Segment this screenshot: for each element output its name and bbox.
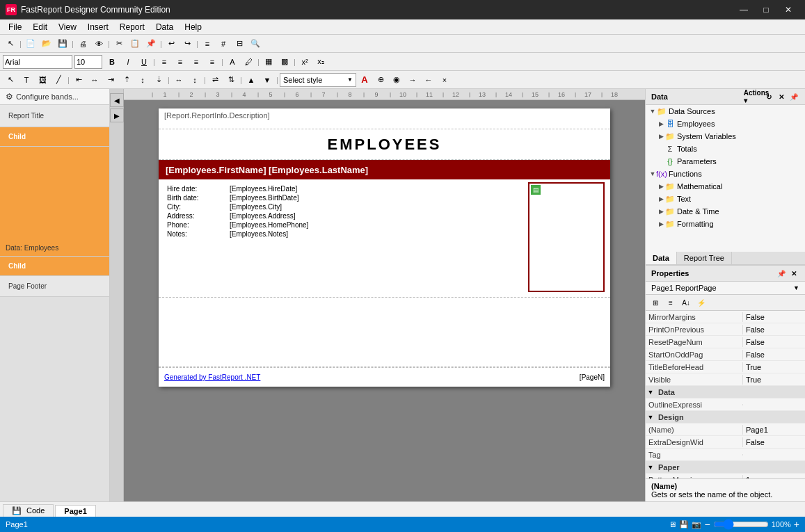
same-height-btn[interactable]: ↕: [187, 73, 202, 87]
obj-align-left[interactable]: ⇤: [71, 73, 86, 87]
same-width-btn[interactable]: ↔: [171, 73, 186, 87]
tree-item-datasources[interactable]: ▼ 📁 Data Sources: [646, 105, 805, 118]
tb-extra4[interactable]: ←: [421, 73, 436, 87]
prop-val-resetpage[interactable]: False: [742, 337, 805, 347]
open-btn[interactable]: 📂: [39, 37, 54, 51]
menu-help[interactable]: Help: [179, 21, 207, 33]
menu-view[interactable]: View: [53, 21, 82, 33]
tree-item-math[interactable]: ▶ 📁 Mathematical: [646, 180, 805, 193]
obj-align-bottom[interactable]: ⇣: [151, 73, 166, 87]
menu-data[interactable]: Data: [150, 21, 179, 33]
prop-val-titlehead[interactable]: True: [742, 362, 805, 372]
prop-val-mirrorm[interactable]: False: [742, 312, 805, 322]
prop-val-tag[interactable]: [742, 454, 805, 456]
close-button[interactable]: ✕: [777, 0, 799, 19]
underline-btn[interactable]: U: [136, 55, 152, 69]
preview-btn[interactable]: 👁: [91, 37, 106, 51]
menu-insert[interactable]: Insert: [82, 21, 114, 33]
italic-btn[interactable]: I: [120, 55, 136, 69]
props-dropdown-arrow[interactable]: ▼: [793, 284, 799, 291]
tree-item-totals[interactable]: Σ Totals: [646, 143, 805, 155]
tab-code[interactable]: 💾 Code: [3, 504, 54, 517]
obj-align-middle[interactable]: ↕: [135, 73, 150, 87]
fill-btn[interactable]: ▩: [277, 55, 292, 69]
props-sort-btn[interactable]: ⊞: [648, 296, 662, 309]
menu-report[interactable]: Report: [114, 21, 150, 33]
props-section-data[interactable]: ▼ Data: [646, 386, 805, 398]
format-btn[interactable]: ≡: [200, 37, 215, 51]
style-zoom-btn[interactable]: A: [357, 73, 372, 87]
new-btn[interactable]: 📄: [23, 37, 38, 51]
data-refresh-btn[interactable]: ↻: [763, 91, 774, 102]
style-dropdown[interactable]: Select style ▼: [280, 73, 356, 87]
configure-bands-btn[interactable]: ⚙ Configure bands...: [0, 89, 109, 105]
save-btn[interactable]: 💾: [55, 37, 70, 51]
tree-item-sysvars[interactable]: ▶ 📁 System Variables: [646, 130, 805, 143]
nav-left[interactable]: ◀: [110, 93, 124, 107]
print-btn[interactable]: 🖨: [75, 37, 90, 51]
maximize-button[interactable]: □: [755, 0, 777, 19]
obj-align-top[interactable]: ⇡: [119, 73, 134, 87]
highlight-btn[interactable]: 🖊: [241, 55, 256, 69]
space-v-btn[interactable]: ⇅: [223, 73, 239, 87]
cut-btn[interactable]: ✂: [111, 37, 127, 51]
menu-file[interactable]: File: [3, 21, 27, 33]
select-btn[interactable]: ↖: [3, 73, 18, 87]
tree-item-employees[interactable]: ▶ 🗄 Employees: [646, 118, 805, 130]
send-back-btn[interactable]: ▼: [260, 73, 275, 87]
data-band[interactable]: Data: Employees: [0, 147, 109, 257]
prop-val-outlineexpr[interactable]: [742, 404, 805, 405]
props-section-paper[interactable]: ▼ Paper: [646, 461, 805, 474]
line-obj-btn[interactable]: ╱: [51, 73, 66, 87]
prop-val-extradesign[interactable]: False: [742, 437, 805, 447]
props-categ-btn[interactable]: ≡: [664, 296, 678, 309]
tree-item-functions[interactable]: ▼ f(x) Functions: [646, 168, 805, 180]
tb-extra1[interactable]: ⊕: [373, 73, 388, 87]
tab-page1[interactable]: Page1: [55, 505, 95, 517]
page-footer-band[interactable]: Page Footer: [0, 276, 109, 297]
tree-item-formatting[interactable]: ▶ 📁 Formatting: [646, 218, 805, 230]
superscript-btn[interactable]: x²: [297, 55, 312, 69]
tree-item-datetime[interactable]: ▶ 📁 Date & Time: [646, 205, 805, 218]
paste-btn[interactable]: 📌: [143, 37, 159, 51]
undo-btn[interactable]: ↩: [164, 37, 179, 51]
zoom-minus-btn[interactable]: −: [704, 519, 710, 530]
align-justify-btn[interactable]: ≡: [205, 55, 220, 69]
font-size-dropdown[interactable]: 10: [74, 55, 102, 69]
redo-btn[interactable]: ↪: [180, 37, 195, 51]
image-obj-btn[interactable]: 🖼: [35, 73, 50, 87]
report-title-band[interactable]: Report Title: [0, 105, 109, 127]
zoom-btn[interactable]: 🔍: [248, 37, 263, 51]
minimize-button[interactable]: —: [733, 0, 755, 19]
nav-right[interactable]: ▶: [110, 108, 124, 122]
tb-extra2[interactable]: ◉: [389, 73, 404, 87]
font-family-dropdown[interactable]: Arial: [3, 55, 72, 69]
obj-align-center[interactable]: ↔: [87, 73, 102, 87]
tb-extra3[interactable]: →: [405, 73, 420, 87]
grid-btn[interactable]: #: [216, 37, 231, 51]
align-center-btn[interactable]: ≡: [173, 55, 188, 69]
subscript-btn[interactable]: x₂: [313, 55, 328, 69]
menu-edit[interactable]: Edit: [27, 21, 53, 33]
color-btn[interactable]: A: [225, 55, 240, 69]
child-band-2[interactable]: Child: [0, 257, 109, 276]
data-close-btn[interactable]: ✕: [776, 91, 787, 102]
align-left-btn[interactable]: ≡: [157, 55, 172, 69]
prop-val-printprev[interactable]: False: [742, 325, 805, 334]
space-h-btn[interactable]: ⇌: [207, 73, 223, 87]
prop-val-name[interactable]: Page1: [742, 425, 805, 435]
child-band-1[interactable]: Child: [0, 127, 109, 147]
report-page[interactable]: [Report.ReportInfo.Description] EMPLOYEE…: [159, 108, 610, 387]
text-obj-btn[interactable]: T: [19, 73, 34, 87]
props-alpha-btn[interactable]: A↓: [679, 296, 693, 309]
border-btn[interactable]: ▦: [261, 55, 276, 69]
tab-report-tree[interactable]: Report Tree: [677, 252, 732, 264]
bring-front-btn[interactable]: ▲: [244, 73, 259, 87]
footer-link[interactable]: Generated by FastReport .NET: [164, 373, 260, 381]
canvas-scroll[interactable]: [Report.ReportInfo.Description] EMPLOYEE…: [124, 100, 645, 501]
data-actions-btn[interactable]: Actions ▾: [751, 91, 762, 102]
tree-item-params[interactable]: {} Parameters: [646, 155, 805, 168]
props-section-design[interactable]: ▼ Design: [646, 411, 805, 424]
data-pin-btn[interactable]: 📌: [788, 91, 799, 102]
obj-align-right[interactable]: ⇥: [103, 73, 118, 87]
